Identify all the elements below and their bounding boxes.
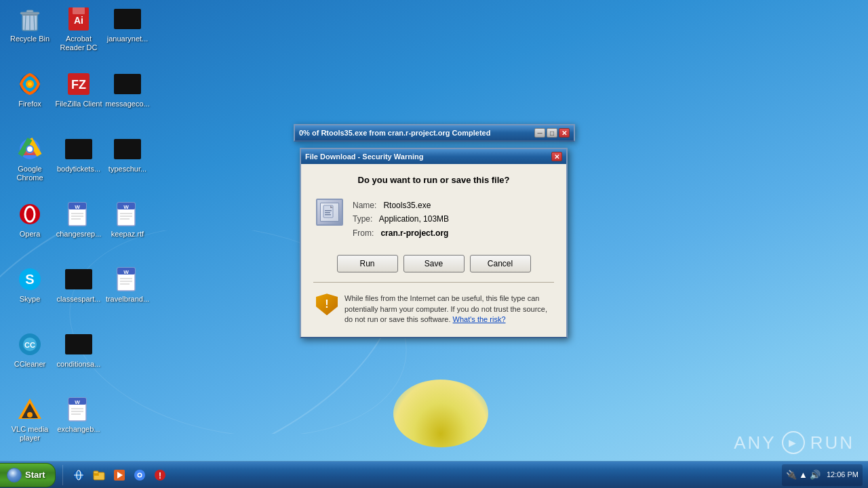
messageco-icon: [114, 70, 141, 98]
taskbar-quick-launch: !: [66, 466, 173, 484]
taskbar-ie-icon[interactable]: [70, 466, 87, 484]
changesrep-icon: W: [65, 201, 92, 228]
desktop-icon-filezilla[interactable]: FZ FileZilla Client: [52, 68, 106, 111]
tray-expand-icon[interactable]: ▲: [799, 470, 808, 480]
typeschur-label: typeschur...: [108, 165, 146, 174]
download-close-button[interactable]: ✕: [559, 128, 570, 138]
taskbar-stop-icon[interactable]: !: [151, 466, 169, 484]
travelbrand-icon: W: [114, 266, 141, 293]
svg-text:W: W: [75, 399, 80, 405]
svg-point-20: [27, 146, 33, 152]
desktop-icon-januarynet[interactable]: januarynet...: [100, 3, 155, 46]
dialog-titlebar: File Download - Security Warning ✕: [301, 149, 566, 164]
file-type-icon: [316, 199, 343, 226]
start-label: Start: [25, 470, 45, 480]
desktop-icon-skype[interactable]: S Skype: [3, 263, 57, 306]
dialog-body: Do you want to run or save this file? Na…: [301, 164, 566, 337]
file-from-label: From:: [353, 228, 374, 238]
file-from-row: From: cran.r-project.org: [353, 226, 449, 240]
taskbar-chrome-taskbar-icon[interactable]: [131, 466, 149, 484]
svg-rect-6: [20, 12, 39, 14]
desktop-icon-recycle-bin[interactable]: Recycle Bin: [3, 3, 57, 46]
desktop-icon-conditionsa[interactable]: conditionsa...: [52, 328, 106, 371]
conditionsa-icon: [65, 331, 92, 358]
desktop-icon-typeschur[interactable]: typeschur...: [100, 133, 155, 176]
desktop-icon-acrobat[interactable]: Ai Acrobat Reader DC: [52, 3, 106, 55]
svg-rect-58: [325, 212, 330, 214]
svg-text:Ai: Ai: [74, 15, 83, 26]
svg-point-48: [27, 412, 33, 418]
download-titlebar: 0% of Rtools35.exe from cran.r-project.o…: [295, 125, 574, 140]
conditionsa-label: conditionsa...: [57, 360, 101, 369]
classespart-icon: [65, 266, 92, 293]
file-from-value: cran.r-project.org: [380, 228, 448, 238]
januarynet-icon: [114, 5, 141, 33]
desktop-icon-messageco[interactable]: messageco...: [100, 68, 155, 111]
svg-text:S: S: [25, 272, 34, 287]
system-clock[interactable]: 12:06 PM: [823, 470, 859, 479]
security-warning-dialog: File Download - Security Warning ✕ Do yo…: [300, 148, 568, 338]
run-button[interactable]: Run: [337, 255, 398, 272]
desktop-icon-exchangeb[interactable]: W exchangeb...: [52, 393, 106, 436]
tray-volume-icon[interactable]: 🔊: [810, 470, 821, 480]
svg-rect-59: [325, 214, 331, 216]
dialog-separator: [313, 282, 554, 283]
desktop-icon-bodytickets[interactable]: bodytickets...: [52, 133, 106, 176]
keepaz-label: keepaz.rtf: [111, 230, 144, 239]
bodytickets-label: bodytickets...: [57, 165, 100, 174]
desktop-icon-opera[interactable]: Opera: [3, 198, 57, 241]
download-maximize-button[interactable]: □: [547, 128, 557, 138]
changesrep-label: changesrep...: [56, 230, 102, 239]
svg-text:W: W: [123, 269, 129, 275]
classespart-label: classespart...: [57, 295, 101, 304]
bodytickets-icon: [65, 136, 92, 163]
typeschur-icon: [114, 136, 141, 163]
desktop-icon-keepaz[interactable]: W keepaz.rtf: [100, 198, 155, 241]
file-info: Name: Rtools35.exe Type: Application, 10…: [313, 195, 554, 244]
svg-text:CC: CC: [24, 341, 35, 349]
desktop-icon-vlc[interactable]: VLC media player: [3, 393, 57, 445]
system-tray: 🔌 ▲ 🔊 12:06 PM: [782, 464, 863, 486]
warning-link[interactable]: What's the risk?: [453, 315, 506, 323]
any-text: ANY: [734, 432, 776, 453]
firefox-icon: [16, 70, 43, 98]
start-button[interactable]: Start: [0, 463, 56, 487]
cancel-button[interactable]: Cancel: [470, 255, 531, 272]
save-button[interactable]: Save: [403, 255, 465, 272]
warning-shield-icon: !: [316, 293, 338, 315]
desktop-icon-travelbrand[interactable]: W travelbrand...: [100, 263, 155, 306]
dialog-warning: ! While files from the Internet can be u…: [313, 289, 554, 329]
ccleaner-label: CCleaner: [14, 360, 45, 369]
download-minimize-button[interactable]: ─: [534, 128, 545, 138]
vlc-icon: [16, 396, 43, 423]
file-name-label: Name:: [353, 201, 376, 210]
warning-icon: !: [316, 293, 338, 315]
taskbar-media-icon[interactable]: [111, 466, 128, 484]
opera-icon: [16, 201, 43, 228]
firefox-label: Firefox: [18, 100, 41, 108]
desktop-icon-classespart[interactable]: classespart...: [52, 263, 106, 306]
recycle-bin-label: Recycle Bin: [10, 35, 50, 43]
chrome-icon: [16, 136, 43, 163]
svg-text:W: W: [123, 204, 129, 210]
desktop-icon-ccleaner[interactable]: CC CCleaner: [3, 328, 57, 371]
desktop-icon-firefox[interactable]: Firefox: [3, 68, 57, 111]
dialog-title: File Download - Security Warning: [305, 152, 550, 161]
exchangeb-label: exchangeb...: [58, 425, 100, 434]
ccleaner-icon: CC: [16, 331, 43, 358]
svg-text:W: W: [75, 204, 80, 210]
desktop-icon-changesrep[interactable]: W changesrep...: [52, 198, 106, 241]
svg-rect-9: [73, 7, 85, 14]
tray-network-icon: 🔌: [786, 470, 797, 480]
skype-icon: S: [16, 266, 43, 293]
svg-text:FZ: FZ: [71, 78, 86, 92]
taskbar-folder-icon[interactable]: [90, 466, 108, 484]
download-progress-window: 0% of Rtools35.exe from cran.r-project.o…: [294, 124, 575, 142]
dialog-close-button[interactable]: ✕: [551, 152, 562, 161]
desktop-icon-chrome[interactable]: Google Chrome: [3, 133, 57, 185]
file-name-row: Name: Rtools35.exe: [353, 199, 449, 212]
windows-orb-icon: [7, 468, 22, 483]
svg-point-14: [28, 82, 32, 86]
run-text: RUN: [810, 432, 854, 453]
vlc-label: VLC media player: [5, 425, 54, 443]
